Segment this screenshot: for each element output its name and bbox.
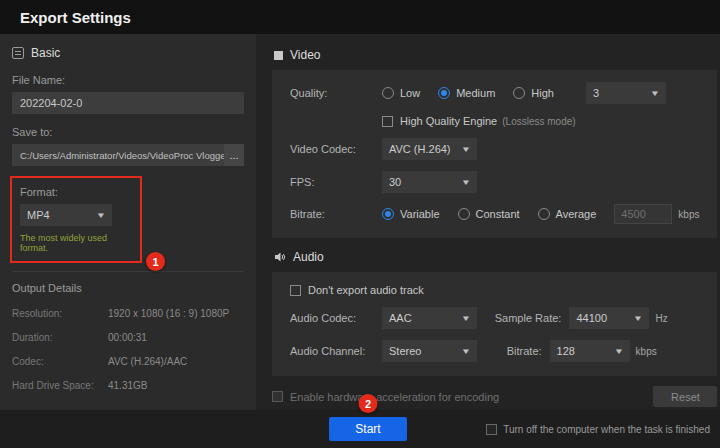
radio-circle xyxy=(538,208,550,220)
format-annotation-box: Format: MP4 ▼ The most widely used forma… xyxy=(10,176,142,263)
audio-bitrate-select[interactable]: 128 ▼ xyxy=(550,340,630,362)
radio-circle xyxy=(458,208,470,220)
radio-circle xyxy=(382,208,394,220)
settings-panel: Video Quality: Low Medium High xyxy=(256,34,720,410)
resolution-value: 1920 x 1080 (16 : 9) 1080P xyxy=(108,308,229,319)
sample-rate-group: Sample Rate: 44100 ▼ Hz xyxy=(495,307,700,329)
video-icon xyxy=(274,51,283,60)
audio-channel-group: Audio Channel: Stereo ▼ xyxy=(290,340,495,362)
quality-level-value: 3 xyxy=(593,87,599,99)
dialog-body: Basic File Name: Save to: C:/Users/Admin… xyxy=(0,34,720,410)
annotation-step-2: 2 xyxy=(359,394,378,413)
hardware-acceleration-label: Enable hardware acceleration for encodin… xyxy=(290,391,499,403)
audio-codec-value: AAC xyxy=(389,312,412,324)
format-select[interactable]: MP4 ▼ xyxy=(20,204,112,226)
audio-channel-value: Stereo xyxy=(389,345,421,357)
quality-label: Quality: xyxy=(290,87,382,99)
bitrate-input[interactable] xyxy=(614,204,672,224)
shutdown-label: Turn off the computer when the task is f… xyxy=(503,424,710,435)
bitrate-radio-variable[interactable]: Variable xyxy=(382,208,440,220)
quality-row: Quality: Low Medium High 3 xyxy=(290,82,699,104)
quality-low-label: Low xyxy=(400,87,420,99)
hardware-acceleration-row: Enable hardware acceleration for encodin… xyxy=(272,386,717,407)
annotation-step-1: 1 xyxy=(146,252,165,271)
no-audio-row: Don't export audio track xyxy=(290,284,699,296)
audio-bitrate-group: Bitrate: 128 ▼ kbps xyxy=(495,340,700,362)
bitrate-label: Bitrate: xyxy=(290,208,382,220)
chevron-down-icon: ▼ xyxy=(613,347,623,356)
audio-bitrate-label: Bitrate: xyxy=(507,345,542,357)
audio-icon xyxy=(274,251,286,263)
audio-bitrate-value: 128 xyxy=(557,345,575,357)
quality-level-select[interactable]: 3 ▼ xyxy=(586,82,666,104)
audio-codec-group: Audio Codec: AAC ▼ xyxy=(290,307,495,329)
chevron-down-icon: ▼ xyxy=(461,347,471,356)
format-label: Format: xyxy=(20,186,132,198)
video-codec-row: Video Codec: AVC (H.264) ▼ xyxy=(290,138,699,160)
sample-rate-label: Sample Rate: xyxy=(495,312,562,324)
audio-section-header: Audio xyxy=(274,250,717,264)
fps-select[interactable]: 30 ▼ xyxy=(382,171,477,193)
reset-button[interactable]: Reset xyxy=(653,386,717,407)
bitrate-radio-constant[interactable]: Constant xyxy=(458,208,520,220)
shutdown-checkbox[interactable] xyxy=(486,424,497,435)
sample-rate-select[interactable]: 44100 ▼ xyxy=(569,307,649,329)
output-row-disk-space: Hard Drive Space: 41.31GB xyxy=(12,380,244,391)
quality-radio-low[interactable]: Low xyxy=(382,87,420,99)
codec-value: AVC (H.264)/AAC xyxy=(108,356,187,367)
file-name-input[interactable] xyxy=(12,92,244,114)
audio-section-label: Audio xyxy=(293,250,324,264)
audio-channel-label: Audio Channel: xyxy=(290,345,382,357)
resolution-label: Resolution: xyxy=(12,308,108,319)
disk-space-value: 41.31GB xyxy=(108,380,147,391)
chevron-down-icon: ▼ xyxy=(461,314,471,323)
output-row-resolution: Resolution: 1920 x 1080 (16 : 9) 1080P xyxy=(12,308,244,319)
video-codec-select[interactable]: AVC (H.264) ▼ xyxy=(382,138,477,160)
radio-circle xyxy=(513,87,525,99)
radio-circle xyxy=(438,87,450,99)
save-to-label: Save to: xyxy=(12,126,244,138)
start-button[interactable]: Start xyxy=(329,417,407,441)
dialog-title: Export Settings xyxy=(20,9,131,26)
hq-engine-checkbox[interactable] xyxy=(382,116,393,127)
quality-radio-high[interactable]: High xyxy=(513,87,554,99)
audio-channel-select[interactable]: Stereo ▼ xyxy=(382,340,477,362)
bitrate-radio-average[interactable]: Average xyxy=(538,208,597,220)
fps-row: FPS: 30 ▼ xyxy=(290,171,699,193)
disk-space-label: Hard Drive Space: xyxy=(12,380,108,391)
fps-label: FPS: xyxy=(290,176,382,188)
bitrate-constant-label: Constant xyxy=(476,208,520,220)
no-audio-checkbox[interactable] xyxy=(290,285,301,296)
video-section-label: Video xyxy=(290,48,320,62)
chevron-down-icon: ▼ xyxy=(461,145,471,154)
titlebar: Export Settings xyxy=(0,0,720,34)
file-name-label: File Name: xyxy=(12,74,244,86)
hq-engine-note: (Lossless mode) xyxy=(502,116,575,127)
browse-button[interactable]: ... xyxy=(224,144,244,166)
audio-codec-label: Audio Codec: xyxy=(290,312,382,324)
basic-section-header: Basic xyxy=(12,46,244,60)
output-row-codec: Codec: AVC (H.264)/AAC xyxy=(12,356,244,367)
quality-radio-medium[interactable]: Medium xyxy=(438,87,495,99)
chevron-down-icon: ▼ xyxy=(96,211,106,220)
chevron-down-icon: ▼ xyxy=(461,178,471,187)
hardware-acceleration-checkbox[interactable] xyxy=(272,391,283,402)
fps-value: 30 xyxy=(389,176,401,188)
duration-value: 00:00:31 xyxy=(108,332,147,343)
no-audio-label: Don't export audio track xyxy=(308,284,424,296)
basic-panel: Basic File Name: Save to: C:/Users/Admin… xyxy=(0,34,256,410)
video-codec-label: Video Codec: xyxy=(290,143,382,155)
radio-circle xyxy=(382,87,394,99)
output-details-title: Output Details xyxy=(12,282,244,294)
audio-codec-samplerate-row: Audio Codec: AAC ▼ Sample Rate: 44100 ▼ … xyxy=(290,307,699,329)
audio-codec-select[interactable]: AAC ▼ xyxy=(382,307,477,329)
chevron-down-icon: ▼ xyxy=(650,89,660,98)
quality-medium-label: Medium xyxy=(456,87,495,99)
bitrate-variable-label: Variable xyxy=(400,208,440,220)
bitrate-average-label: Average xyxy=(556,208,597,220)
format-value: MP4 xyxy=(27,209,50,221)
save-to-path: C:/Users/Administrator/Videos/VideoProc … xyxy=(12,150,224,161)
codec-label: Codec: xyxy=(12,356,108,367)
save-to-field[interactable]: C:/Users/Administrator/Videos/VideoProc … xyxy=(12,144,244,166)
chevron-down-icon: ▼ xyxy=(633,314,643,323)
